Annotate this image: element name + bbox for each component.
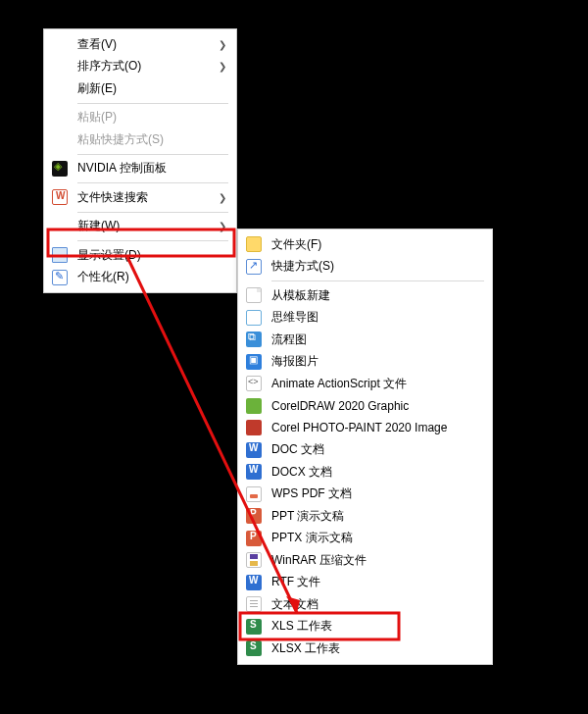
submenu-item-label: 文本文档 [271, 596, 482, 613]
menu-item-label: NVIDIA 控制面板 [77, 160, 226, 177]
menu-item-paste: 粘贴(P) [46, 107, 234, 129]
submenu-item-label: DOC 文档 [271, 441, 482, 458]
submenu-item-mindmap[interactable]: 思维导图 [240, 307, 490, 330]
submenu-item-photopaint[interactable]: Corel PHOTO-PAINT 2020 Image [240, 417, 490, 439]
submenu-item-folder[interactable]: 文件夹(F) [240, 233, 490, 256]
photopaint-icon [244, 419, 264, 436]
submenu-item-label: Corel PHOTO-PAINT 2020 Image [271, 421, 482, 434]
menu-item-display-settings[interactable]: 显示设置(D) [46, 244, 234, 267]
chevron-right-icon: ❯ [219, 61, 226, 72]
submenu-item-animate-as[interactable]: Animate ActionScript 文件 [240, 373, 490, 395]
xlsx-icon [244, 639, 264, 657]
shortcut-icon [244, 258, 264, 276]
submenu-item-template[interactable]: 从模板新建 [240, 284, 490, 307]
new-submenu: 文件夹(F) 快捷方式(S) 从模板新建 思维导图 流程图 海报图片 Anima… [237, 229, 493, 665]
menu-separator [77, 240, 228, 241]
menu-item-label: 查看(V) [77, 36, 213, 53]
chevron-right-icon: ❯ [219, 39, 226, 50]
submenu-item-winrar[interactable]: WinRAR 压缩文件 [240, 549, 490, 572]
pptx-icon [244, 530, 264, 547]
chevron-right-icon: ❯ [219, 221, 226, 231]
menu-item-paste-shortcut: 粘贴快捷方式(S) [46, 128, 234, 151]
menu-item-label: 刷新(E) [77, 80, 226, 97]
coreldraw-icon [244, 397, 264, 415]
submenu-item-label: XLS 工作表 [271, 618, 482, 635]
menu-item-label: 文件快速搜索 [77, 189, 213, 206]
personalize-icon [50, 269, 70, 286]
rtf-icon [244, 574, 264, 591]
submenu-item-label: 海报图片 [271, 353, 482, 370]
submenu-item-label: 文件夹(F) [271, 236, 482, 253]
submenu-item-shortcut[interactable]: 快捷方式(S) [240, 256, 490, 279]
submenu-item-rtf[interactable]: RTF 文件 [240, 572, 490, 594]
submenu-item-label: PPT 演示文稿 [271, 508, 482, 525]
desktop-context-menu: 查看(V) ❯ 排序方式(O) ❯ 刷新(E) 粘贴(P) 粘贴快捷方式(S) … [43, 28, 237, 293]
doc-icon [244, 441, 264, 459]
wpspdf-icon [244, 485, 264, 503]
menu-separator [77, 154, 228, 155]
menu-item-label: 排序方式(O) [77, 58, 213, 75]
menu-item-personalize[interactable]: 个性化(R) [46, 267, 234, 289]
text-file-icon [244, 595, 264, 613]
submenu-item-label: 流程图 [271, 332, 482, 348]
menu-separator [77, 103, 228, 104]
menu-separator [77, 182, 228, 183]
submenu-item-xls[interactable]: XLS 工作表 [240, 616, 490, 638]
submenu-item-flowchart[interactable]: 流程图 [240, 329, 490, 351]
chevron-right-icon: ❯ [219, 192, 226, 203]
blank-icon [50, 79, 70, 97]
menu-item-nvidia[interactable]: NVIDIA 控制面板 [46, 158, 234, 180]
menu-item-label: 粘贴快捷方式(S) [77, 131, 226, 148]
menu-item-label: 显示设置(D) [77, 247, 226, 264]
submenu-item-doc[interactable]: DOC 文档 [240, 439, 490, 462]
submenu-item-poster[interactable]: 海报图片 [240, 351, 490, 374]
blank-icon [50, 130, 70, 148]
folder-icon [244, 235, 264, 253]
submenu-item-xlsx[interactable]: XLSX 工作表 [240, 638, 490, 660]
submenu-item-ppt[interactable]: PPT 演示文稿 [240, 505, 490, 528]
blank-icon [50, 58, 70, 76]
actionscript-icon [244, 375, 264, 392]
submenu-item-wpspdf[interactable]: WPS PDF 文档 [240, 484, 490, 506]
submenu-item-label: RTF 文件 [271, 574, 482, 590]
submenu-item-coreldraw[interactable]: CorelDRAW 2020 Graphic [240, 395, 490, 418]
menu-item-view[interactable]: 查看(V) ❯ [46, 33, 234, 56]
submenu-item-label: XLSX 工作表 [271, 640, 482, 657]
blank-icon [50, 218, 70, 235]
submenu-item-label: 从模板新建 [271, 287, 482, 304]
submenu-item-docx[interactable]: DOCX 文档 [240, 461, 490, 484]
poster-icon [244, 353, 264, 371]
ppt-icon [244, 507, 264, 525]
wps-icon [50, 188, 70, 206]
menu-item-label: 粘贴(P) [77, 109, 226, 126]
submenu-item-label: WinRAR 压缩文件 [271, 552, 482, 569]
flowchart-icon [244, 331, 264, 348]
menu-item-label: 新建(W) [77, 218, 213, 234]
blank-icon [50, 35, 70, 53]
submenu-item-label: Animate ActionScript 文件 [271, 376, 482, 392]
menu-item-sort[interactable]: 排序方式(O) ❯ [46, 56, 234, 78]
submenu-item-label: CorelDRAW 2020 Graphic [271, 399, 482, 413]
template-icon [244, 286, 264, 304]
menu-item-wps-search[interactable]: 文件快速搜索 ❯ [46, 186, 234, 209]
submenu-item-text-document[interactable]: 文本文档 [240, 593, 490, 616]
submenu-item-label: 快捷方式(S) [271, 258, 482, 275]
submenu-item-label: PPTX 演示文稿 [271, 530, 482, 546]
nvidia-icon [50, 160, 70, 178]
winrar-icon [244, 551, 264, 569]
menu-item-label: 个性化(R) [77, 269, 226, 285]
mindmap-icon [244, 309, 264, 327]
submenu-item-pptx[interactable]: PPTX 演示文稿 [240, 528, 490, 550]
display-icon [50, 246, 70, 264]
submenu-item-label: 思维导图 [271, 309, 482, 326]
xls-icon [244, 618, 264, 636]
blank-icon [50, 109, 70, 127]
submenu-item-label: DOCX 文档 [271, 464, 482, 481]
menu-separator [271, 280, 484, 281]
menu-separator [77, 212, 228, 213]
menu-item-refresh[interactable]: 刷新(E) [46, 77, 234, 100]
docx-icon [244, 463, 264, 481]
submenu-item-label: WPS PDF 文档 [271, 485, 482, 502]
menu-item-new[interactable]: 新建(W) ❯ [46, 216, 234, 238]
